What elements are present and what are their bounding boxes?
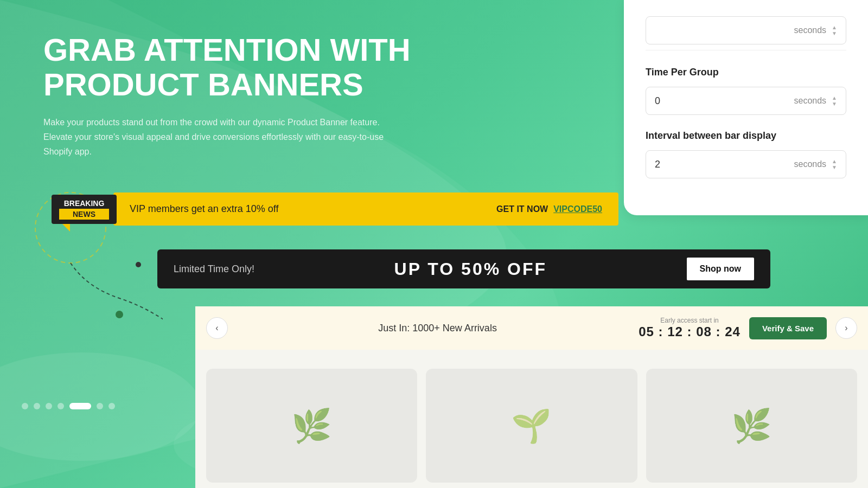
dot-2[interactable] — [34, 403, 40, 409]
dot-7[interactable] — [108, 403, 115, 409]
vip-code: VIPCODE50 — [553, 204, 602, 214]
prev-arrow-button[interactable]: ‹ — [206, 317, 228, 339]
interval-value: 2 — [655, 159, 660, 170]
top-spinner[interactable]: ▲ ▼ — [832, 24, 837, 36]
shop-now-button[interactable]: Shop now — [687, 258, 754, 280]
limited-time-label: Limited Time Only! — [174, 264, 254, 275]
dot-4[interactable] — [58, 403, 64, 409]
arrivals-message: Just In: 1000+ New Arrivals — [378, 323, 497, 334]
top-seconds-unit-group: seconds ▲ ▼ — [794, 24, 838, 36]
top-seconds-field: seconds ▲ ▼ — [646, 16, 846, 44]
get-it-now-label: GET IT NOW — [496, 204, 548, 214]
time-per-group-section: Time Per Group 0 seconds ▲ ▼ — [646, 67, 846, 115]
pagination-dots — [22, 403, 115, 409]
products-area: 🌿 🌱 🌿 — [195, 363, 868, 488]
arrivals-banner: ‹ Just In: 1000+ New Arrivals Early acce… — [195, 306, 868, 350]
breaking-news-cta: GET IT NOW VIPCODE50 — [496, 204, 602, 214]
plant-icon-3: 🌿 — [731, 407, 772, 445]
verify-save-button[interactable]: Verify & Save — [749, 317, 827, 339]
dot-1[interactable] — [22, 403, 28, 409]
arrivals-right-group: Early access start in 05 : 12 : 08 : 24 … — [639, 317, 857, 339]
countdown-timer: 05 : 12 : 08 : 24 — [639, 324, 741, 339]
time-per-group-label: Time Per Group — [646, 67, 846, 78]
time-per-group-field: 0 seconds ▲ ▼ — [646, 87, 846, 115]
dot-5-active[interactable] — [69, 403, 91, 409]
product-card-2: 🌱 — [426, 369, 637, 483]
hero-section: GRAB ATTENTION WITH PRODUCT BANNERS Make… — [43, 33, 450, 159]
interval-spinner[interactable]: ▲ ▼ — [832, 158, 837, 170]
breaking-news-content: VIP members get an extra 10% off GET IT … — [113, 192, 618, 226]
sale-label: UP TO 50% OFF — [394, 259, 547, 279]
hero-title: GRAB ATTENTION WITH PRODUCT BANNERS — [43, 33, 450, 102]
interval-unit-group: seconds ▲ ▼ — [794, 158, 838, 170]
product-card-3: 🌿 — [646, 369, 857, 483]
dot-3[interactable] — [46, 403, 52, 409]
top-seconds-unit-label: seconds — [794, 25, 827, 35]
dot-6[interactable] — [97, 403, 103, 409]
time-per-group-value: 0 — [655, 95, 660, 107]
next-arrow-icon: › — [845, 323, 847, 333]
interval-field: 2 seconds ▲ ▼ — [646, 150, 846, 178]
settings-panel: seconds ▲ ▼ Time Per Group 0 seconds ▲ ▼… — [624, 0, 868, 215]
prev-arrow-icon: ‹ — [215, 323, 218, 333]
interval-section: Interval between bar display 2 seconds ▲… — [646, 130, 846, 178]
interval-unit-label: seconds — [794, 159, 827, 169]
breaking-news-message: VIP members get an extra 10% off — [130, 203, 278, 215]
dark-banner: Limited Time Only! UP TO 50% OFF Shop no… — [157, 249, 770, 288]
interval-label: Interval between bar display — [646, 130, 846, 142]
time-per-group-unit-group: seconds ▲ ▼ — [794, 95, 838, 107]
product-card-1: 🌿 — [206, 369, 417, 483]
hero-subtitle: Make your products stand out from the cr… — [43, 115, 391, 159]
early-access-section: Early access start in 05 : 12 : 08 : 24 — [639, 317, 741, 339]
plant-icon-2: 🌱 — [511, 407, 552, 445]
time-per-group-spinner[interactable]: ▲ ▼ — [832, 95, 837, 107]
breaking-tag: BREAKING NEWS — [52, 195, 117, 224]
plant-icon-1: 🌿 — [291, 407, 332, 445]
early-access-label: Early access start in — [639, 317, 741, 324]
next-arrow-button[interactable]: › — [835, 317, 857, 339]
breaking-news-banner: BREAKING NEWS VIP members get an extra 1… — [52, 192, 618, 226]
time-per-group-unit-label: seconds — [794, 96, 827, 106]
